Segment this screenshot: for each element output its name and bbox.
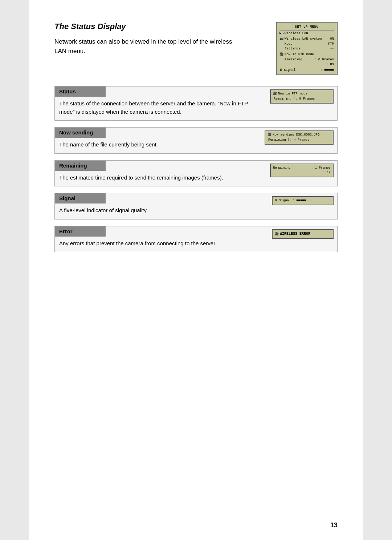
remaining-frames: : 0 Frames xyxy=(314,57,334,62)
status-description: The status of the connection between the… xyxy=(55,97,266,120)
now-sending-header: Now sending xyxy=(59,129,93,136)
now-sending-description: The name of the file currently being sen… xyxy=(55,138,261,153)
error-description: Any errors that prevent the camera from … xyxy=(55,237,268,252)
wireless-lan-label: ✓Wireless LAN xyxy=(282,31,308,36)
mode-value: FTP xyxy=(328,42,334,47)
remaining-label: Remaining xyxy=(285,57,314,62)
mode-label: Mode xyxy=(285,42,328,47)
settings-value: -- xyxy=(330,47,334,51)
setup-menu-title: SET UP MENU xyxy=(279,25,334,29)
remaining-description: The estimated time required to send the … xyxy=(55,171,266,186)
remaining-header: Remaining xyxy=(59,162,87,169)
remaining-section: Remaining The estimated time required to… xyxy=(54,160,338,187)
signal-section: Signal A five-level indicator of signal … xyxy=(54,193,338,219)
error-header: Error xyxy=(59,228,73,234)
remaining-time: : 0s xyxy=(326,62,334,67)
settings-label: Settings xyxy=(285,47,330,51)
page: The Status Display Network status can al… xyxy=(29,0,363,540)
signal-value-menu: : ■■■■■ xyxy=(320,68,334,73)
error-section: Error Any errors that prevent the camera… xyxy=(54,226,338,253)
wlan-system-label: Wireless LAN system xyxy=(285,37,330,41)
signal-description: A five-level indicator of signal quality… xyxy=(55,203,268,219)
now-sending-section: Now sending The name of the file current… xyxy=(54,127,338,154)
signal-label-menu: Signal xyxy=(284,68,320,73)
status-section: Status The status of the connection betw… xyxy=(54,86,338,121)
intro-text: Network status can also be viewed in the… xyxy=(54,37,243,56)
ftp-mode: Now in FTP mode xyxy=(285,52,314,57)
signal-header: Signal xyxy=(59,195,75,201)
page-number: 13 xyxy=(330,521,338,529)
wlan-system-value: ON xyxy=(330,37,334,41)
status-header: Status xyxy=(59,88,76,94)
setup-menu-display: SET UP MENU ▶ ✓Wireless LAN 📷 Wireless L… xyxy=(276,22,338,75)
page-title: The Status Display xyxy=(54,22,265,31)
footer-line xyxy=(54,518,338,518)
